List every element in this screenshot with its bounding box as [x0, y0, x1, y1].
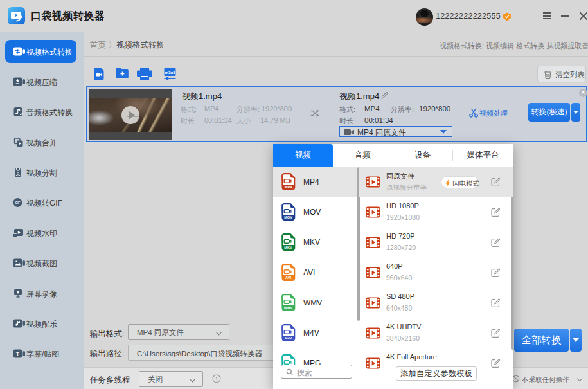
svg-text:AVI: AVI: [285, 276, 291, 280]
svg-text:MKV: MKV: [284, 246, 292, 249]
svg-text:T: T: [16, 351, 19, 357]
svg-text:MOV: MOV: [284, 215, 292, 219]
svg-text:WMV: WMV: [284, 306, 293, 310]
svg-text:m3u8: m3u8: [165, 70, 175, 75]
svg-text:MP4: MP4: [285, 185, 292, 189]
svg-text:M4V: M4V: [285, 336, 292, 340]
svg-text:GIF: GIF: [15, 201, 21, 204]
